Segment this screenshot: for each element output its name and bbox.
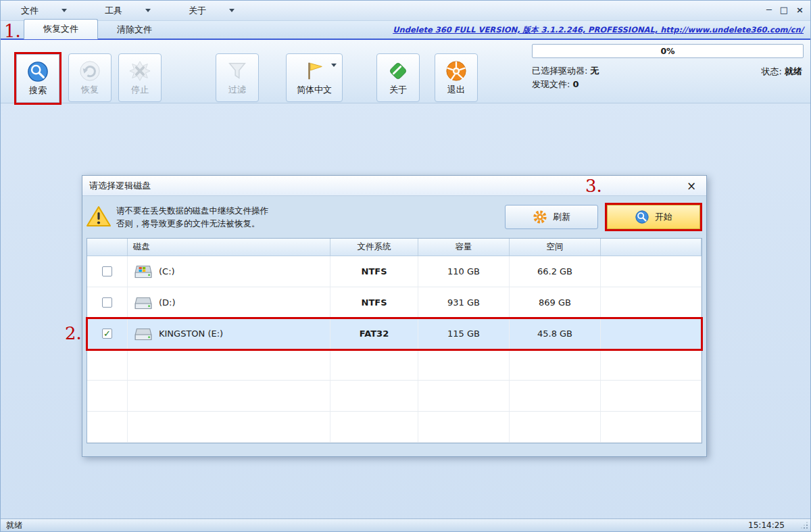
tab-recover-files[interactable]: 恢复文件 [24,19,98,39]
statusbar-ready-text: 就绪 [6,520,22,531]
chevron-down-icon [145,9,151,12]
warning-icon [87,205,111,229]
cell-disk: KINGSTON (E:) [128,318,330,349]
exit-button-label: 退出 [447,84,465,96]
drive-e-checkbox[interactable]: ✓ [102,329,112,339]
dialog-title-bar: 请选择逻辑磁盘 × [82,176,706,196]
drive-e-name: KINGSTON (E:) [159,329,223,339]
tab-bar: 恢复文件 清除文件 Undelete 360 FULL VERSION, 版本 … [1,21,810,40]
usb-drive-icon [133,326,153,342]
dialog-warning-area: 请不要在丢失数据的磁盘中继续文件操作 否则，将导致更多的文件无法被恢复。 刷新 [82,196,706,238]
cell-disk: (C:) [128,256,330,287]
select-disk-dialog: 3. 2. 请选择逻辑磁盘 × 请不要在丢失数据的磁盘中继续文件操作 否则，将导… [82,175,707,457]
warning-line2: 否则，将导致更多的文件无法被恢复。 [116,217,268,230]
stop-icon [129,60,151,82]
window-controls: ─ □ × [766,4,804,16]
dialog-title: 请选择逻辑磁盘 [89,180,151,192]
drive-d-filesystem: NTFS [330,287,418,318]
start-button[interactable]: 开始 [607,205,700,229]
minimize-button[interactable]: ─ [766,4,772,16]
search-icon [27,61,49,82]
status-state-line: 状态: 就绪 [761,66,804,91]
chevron-down-icon [331,64,337,67]
selected-drive-label: 已选择驱动器: [532,66,587,76]
drive-e-filesystem: FAT32 [330,318,418,349]
table-row-drive-d[interactable]: (D:) NTFS 931 GB 869 GB [87,287,702,318]
gear-icon [533,210,547,224]
toolbar: 搜索 恢复 停止 过滤 [1,40,810,103]
cell-blank [601,287,702,318]
close-button[interactable]: × [796,4,804,16]
dialog-buttons: 刷新 开始 [505,203,702,231]
cell-blank [601,256,702,287]
stop-button[interactable]: 停止 [118,53,162,102]
about-button-label: 关于 [389,84,407,96]
status-left: 已选择驱动器: 无 发现文件: 0 [532,64,599,91]
hard-drive-icon [133,264,153,280]
app-window: 文件 工具 关于 ─ □ × 恢复文件 清除文件 Undelete 360 FU… [0,0,811,532]
menu-file-label: 文件 [21,5,39,17]
recover-icon [79,60,101,82]
table-row-drive-e-kingston[interactable]: ✓ KINGSTON (E:) FAT32 115 GB [87,318,702,349]
language-button[interactable]: 简体中文 [286,53,343,102]
annotation-box-step3: 开始 [605,203,702,231]
about-icon [387,60,409,82]
filter-icon [226,60,248,82]
dialog-close-button[interactable]: × [683,179,699,193]
annotation-step2: 2. [65,323,82,343]
header-disk: 磁盘 [128,239,330,256]
drive-d-checkbox[interactable] [102,297,112,308]
start-button-label: 开始 [655,211,672,223]
state-label: 状态: [761,66,781,76]
drive-e-capacity: 115 GB [418,318,510,349]
status-bar: 就绪 15:14:25 [1,518,810,531]
drive-d-name: (D:) [159,297,176,308]
selected-drive-value: 无 [591,66,599,76]
disk-table-header: 磁盘 文件系统 容量 空间 [87,239,702,256]
refresh-button-label: 刷新 [553,211,570,223]
chevron-down-icon [62,9,67,12]
progress-bar: 0% [532,44,804,58]
table-row-drive-c[interactable]: (C:) NTFS 110 GB 66.2 GB [87,256,702,287]
warning-text: 请不要在丢失数据的磁盘中继续文件操作 否则，将导致更多的文件无法被恢复。 [116,204,268,231]
drive-d-space: 869 GB [510,287,601,318]
drive-c-checkbox[interactable] [102,266,112,276]
language-flag-icon [303,60,325,82]
language-button-label: 简体中文 [297,84,332,96]
warning-line1: 请不要在丢失数据的磁盘中继续文件操作 [116,204,268,217]
files-found-value: 0 [573,79,579,89]
version-link[interactable]: Undelete 360 FULL VERSION, 版本 3.1.2.246,… [393,25,810,39]
main-area: 3. 2. 请选择逻辑磁盘 × 请不要在丢失数据的磁盘中继续文件操作 否则，将导… [1,103,810,520]
cell-checkbox [87,287,128,318]
refresh-button[interactable]: 刷新 [505,205,598,229]
exit-button[interactable]: 退出 [435,53,478,102]
menu-tools[interactable]: 工具 [105,5,151,17]
drive-c-name: (C:) [159,266,175,276]
exit-icon [445,60,467,82]
filter-button[interactable]: 过滤 [216,53,259,102]
menu-about[interactable]: 关于 [189,5,235,17]
header-filesystem: 文件系统 [330,239,418,256]
disk-table: 磁盘 文件系统 容量 空间 [87,238,702,443]
recover-button-label: 恢复 [81,84,99,96]
cell-checkbox: ✓ [87,318,128,349]
resize-grip-icon[interactable] [800,521,808,529]
about-button[interactable]: 关于 [376,53,420,102]
cell-blank [601,318,702,349]
hard-drive-icon [133,295,153,311]
header-space: 空间 [510,239,601,256]
annotation-box-step1: 搜索 [14,52,62,105]
tab-clean-files[interactable]: 清除文件 [98,20,171,39]
stop-button-label: 停止 [131,84,149,96]
recover-button[interactable]: 恢复 [68,53,112,102]
table-row-empty [87,381,702,412]
maximize-button[interactable]: □ [780,4,788,16]
menu-tools-label: 工具 [105,5,122,17]
chevron-down-icon [229,9,235,12]
drive-c-capacity: 110 GB [418,256,510,287]
files-found-label: 发现文件: [532,79,570,89]
search-button[interactable]: 搜索 [16,54,59,103]
search-button-label: 搜索 [29,84,47,97]
menu-file[interactable]: 文件 [21,5,67,17]
drive-e-space: 45.8 GB [510,318,601,349]
